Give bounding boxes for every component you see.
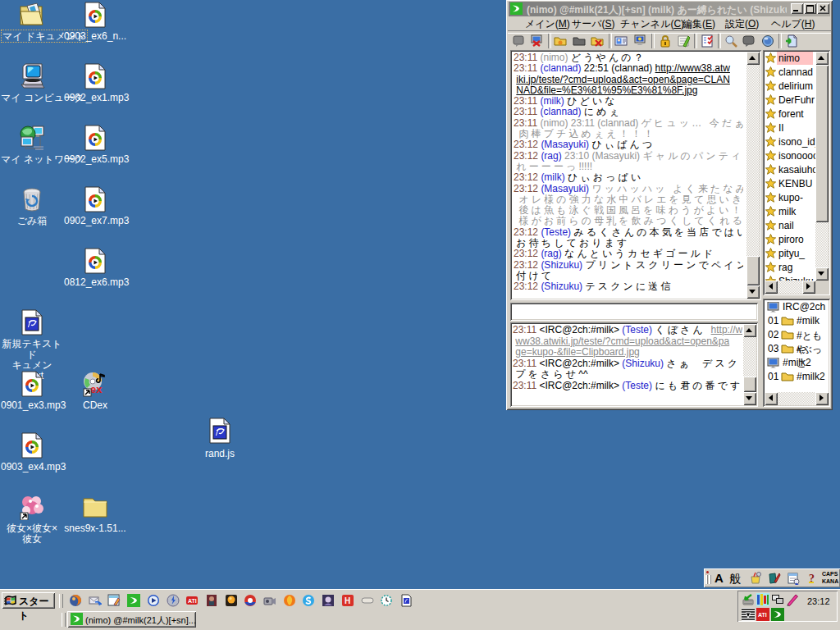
- svg-text:H: H: [345, 596, 350, 605]
- svg-text:ATI: ATI: [188, 598, 197, 604]
- svg-text:ex: ex: [90, 383, 103, 395]
- svg-text:ATI: ATI: [758, 612, 767, 618]
